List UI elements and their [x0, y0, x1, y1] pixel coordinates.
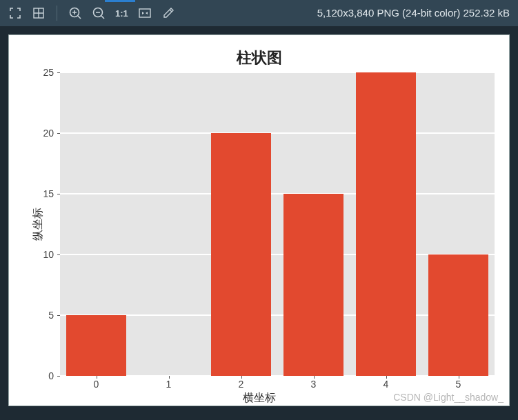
x-tick-label: 2 — [239, 379, 244, 390]
gridline — [60, 193, 495, 194]
zoom-in-icon[interactable] — [68, 6, 82, 20]
watermark-text: CSDN @Light__shadow_ — [393, 392, 504, 403]
svg-rect-3 — [139, 9, 150, 17]
grid-icon[interactable] — [32, 6, 46, 20]
x-tick-mark — [241, 376, 242, 379]
x-tick-label: 5 — [456, 379, 461, 390]
y-tick-mark — [57, 72, 60, 73]
y-tick-label: 10 — [37, 249, 54, 260]
y-axis-label: 纵坐标 — [31, 208, 46, 241]
x-tick-mark — [314, 376, 315, 379]
x-tick-mark — [97, 376, 97, 379]
bar — [356, 72, 415, 376]
y-tick-mark — [57, 194, 60, 194]
x-tick-label: 3 — [311, 379, 317, 390]
y-tick-mark — [57, 376, 60, 377]
x-tick-label: 4 — [383, 379, 389, 390]
bar — [211, 133, 270, 376]
y-tick-mark — [57, 254, 60, 255]
y-tick-label: 25 — [37, 67, 54, 78]
toolbar-left-group: 1:1 — [8, 6, 175, 21]
gridline — [60, 132, 495, 134]
active-tab-indicator — [105, 0, 135, 2]
x-tick-mark — [386, 376, 387, 379]
color-picker-icon[interactable] — [161, 6, 175, 20]
x-tick-label: 1 — [166, 379, 172, 390]
bar — [66, 315, 126, 376]
bar — [283, 194, 343, 376]
bar — [428, 254, 488, 376]
fullscreen-icon[interactable] — [8, 6, 22, 20]
y-tick-label: 5 — [37, 310, 54, 321]
y-tick-label: 0 — [37, 370, 54, 381]
image-viewer-toolbar: 1:1 5,120x3,840 PNG (24-bit color) 252.3… — [0, 0, 518, 26]
x-tick-mark — [459, 376, 459, 379]
fit-window-icon[interactable] — [138, 6, 152, 20]
image-info-status: 5,120x3,840 PNG (24-bit color) 252.32 kB — [317, 0, 510, 26]
x-tick-mark — [169, 376, 170, 379]
chart-title: 柱状图 — [9, 48, 509, 68]
chart-document: 柱状图 纵坐标 横坐标 0510152025012345 CSDN @Light… — [8, 34, 510, 406]
y-tick-mark — [57, 315, 60, 316]
toolbar-separator — [57, 6, 57, 21]
x-tick-label: 0 — [94, 379, 99, 390]
y-tick-mark — [57, 133, 60, 134]
gridline — [60, 72, 495, 73]
y-tick-label: 20 — [37, 128, 54, 139]
zoom-actual-button[interactable]: 1:1 — [115, 6, 128, 20]
y-tick-label: 15 — [37, 188, 54, 199]
plot-area — [60, 72, 495, 376]
zoom-out-icon[interactable] — [92, 6, 106, 20]
